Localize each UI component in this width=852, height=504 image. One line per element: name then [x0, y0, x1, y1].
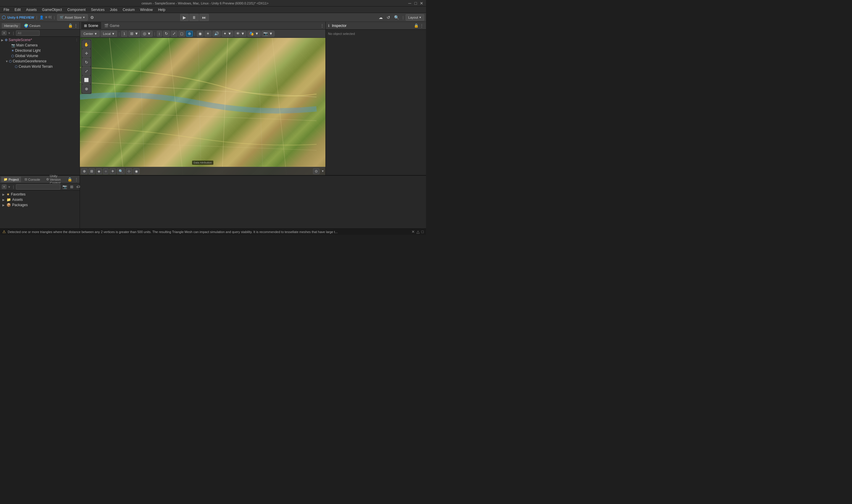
rotate-tool-button[interactable]: ↻: [82, 58, 91, 66]
perspective-button[interactable]: ◉: [197, 31, 203, 37]
unity-label: Unity 6 PREVIEW: [7, 16, 34, 19]
tree-item-cesiumgeoreference[interactable]: ▼ ⬡ CesiumGeoreference: [0, 58, 79, 64]
rect-icon-button[interactable]: ◻: [178, 31, 185, 37]
audio-toggle-button[interactable]: 🔊: [213, 31, 221, 37]
gizmos-button[interactable]: 🎭 ▼: [247, 31, 260, 37]
grid-icon-button[interactable]: ⊞ ▼: [128, 31, 140, 37]
hierarchy-panel: Hierarchy 🌍 Cesium 🔒 ⋮ + ▼ | ▶ ⚙ SampleS…: [0, 22, 80, 175]
status-warning-icon[interactable]: △: [417, 230, 419, 234]
scene-fly-button[interactable]: ✈: [109, 168, 116, 174]
proj-capture-btn[interactable]: 📷: [61, 184, 68, 189]
scene-cesium-button[interactable]: ◈: [96, 168, 102, 174]
scene-tab-label: Scene: [88, 24, 98, 28]
light-toggle-button[interactable]: ☀: [204, 31, 212, 37]
project-more-icon[interactable]: ⋮: [75, 177, 78, 182]
proj-item-packages[interactable]: ▶ 📦 Packages: [0, 202, 79, 208]
menu-jobs[interactable]: Jobs: [107, 7, 120, 13]
hierarchy-search-input[interactable]: [16, 31, 40, 36]
scene-grid-button[interactable]: ⊞: [88, 168, 95, 174]
status-square-icon[interactable]: □: [421, 230, 424, 234]
dropdown-arrow-btn[interactable]: ▼: [8, 31, 11, 35]
snap-icon-button[interactable]: ◎ ▼: [141, 31, 153, 37]
history-button[interactable]: ↺: [385, 14, 392, 21]
local-dropdown-button[interactable]: Local ▼: [101, 31, 117, 37]
asset-store-button[interactable]: 🛒 Asset Store ▼: [57, 14, 88, 21]
scene-tabs-more[interactable]: ⋮: [320, 23, 324, 28]
tab-hierarchy[interactable]: Hierarchy: [2, 23, 20, 29]
cloud-button[interactable]: ☁: [377, 14, 384, 21]
scene-circle-button[interactable]: ○: [103, 168, 109, 174]
tab-console[interactable]: ⊟ Console: [22, 177, 42, 182]
proj-item-assets[interactable]: ▶ 📁 Assets: [0, 197, 79, 202]
scene-nav-button[interactable]: ⊕: [81, 168, 88, 174]
maximize-button[interactable]: □: [414, 1, 418, 5]
center-dropdown-button[interactable]: Center ▼: [81, 31, 100, 37]
scene-move2-button[interactable]: ⊹: [126, 168, 132, 174]
persp-button[interactable]: ⊙: [313, 168, 320, 174]
tree-item-directional-light[interactable]: ☀ Directional Light: [0, 48, 79, 53]
tree-item-global-volume[interactable]: ⬡ Global Volume: [0, 53, 79, 58]
scene-options-icon[interactable]: ⋮: [75, 38, 78, 42]
camera-icon: 📷: [11, 43, 15, 47]
cam-button[interactable]: 📷 ▼: [261, 31, 274, 37]
pause-button[interactable]: ⏸: [189, 14, 199, 21]
menu-gameobject[interactable]: GameObject: [40, 7, 64, 13]
menu-help[interactable]: Help: [156, 7, 168, 13]
tree-item-cesium-world-terrain[interactable]: ⬡ Cesium World Terrain: [0, 64, 79, 69]
move-icon-button[interactable]: ↕: [157, 31, 162, 37]
menu-file[interactable]: File: [1, 7, 12, 13]
transform-tool-button[interactable]: ⊕: [82, 85, 91, 93]
menu-component[interactable]: Component: [65, 7, 88, 13]
add-hierarchy-button[interactable]: +: [2, 31, 6, 35]
scale-tool-button[interactable]: ⤢: [82, 67, 91, 75]
grid-number-button[interactable]: 1: [121, 31, 127, 37]
minimize-button[interactable]: ─: [407, 1, 412, 5]
effects-toggle-button[interactable]: ✦ ▼: [222, 31, 233, 37]
menu-cesium[interactable]: Cesium: [121, 7, 137, 13]
step-button[interactable]: ⏭: [199, 14, 209, 21]
add-project-button[interactable]: +: [2, 184, 6, 189]
move-tool-button[interactable]: ✛: [82, 49, 91, 57]
tree-item-main-camera[interactable]: 📷 Main Camera: [0, 42, 79, 48]
project-search-input[interactable]: [16, 184, 60, 190]
menu-services[interactable]: Services: [88, 7, 107, 13]
menu-edit[interactable]: Edit: [12, 7, 23, 13]
custom-icon-button[interactable]: ⊕: [186, 31, 193, 37]
menu-window[interactable]: Window: [138, 7, 155, 13]
tree-item-samplescene[interactable]: ▶ ⚙ SampleScene* ⋮: [0, 37, 79, 42]
hierarchy-more-icon[interactable]: ⋮: [74, 23, 78, 28]
assets-folder-icon: 📁: [6, 198, 11, 202]
hierarchy-lock-icon[interactable]: 🔒: [68, 23, 73, 28]
scene-target-button[interactable]: ◉: [133, 168, 140, 174]
tab-game[interactable]: 🎬 Game: [101, 22, 123, 30]
main-toolbar: ⬡ Unity 6 PREVIEW | 👤 ≡ 이 | 🛒 Asset Stor…: [0, 13, 426, 22]
rect-tool-button[interactable]: ⬜: [82, 76, 91, 84]
hidden-toggle-button[interactable]: 👁 ▼: [234, 31, 247, 37]
account-icon[interactable]: 👤: [39, 15, 44, 19]
status-close-icon[interactable]: ✕: [412, 230, 415, 234]
layout-button[interactable]: Layout ▼: [405, 14, 424, 21]
proj-group-btn[interactable]: ⊞: [69, 184, 74, 189]
project-lock-icon[interactable]: 🔒: [68, 177, 72, 182]
tab-scene[interactable]: ⊞ Scene: [81, 22, 101, 30]
tab-project[interactable]: 📁 Project: [1, 177, 21, 182]
settings-button[interactable]: ⚙: [89, 14, 95, 21]
menu-assets[interactable]: Assets: [24, 7, 39, 13]
proj-item-favorites[interactable]: ▶ ★ Favorites: [0, 192, 79, 197]
inspector-lock-button[interactable]: 🔒: [414, 23, 419, 28]
layers-icon[interactable]: ≡ 이: [45, 15, 52, 20]
scene-search2-button[interactable]: 🔍: [117, 168, 125, 174]
proj-dropdown-btn[interactable]: ▼: [8, 185, 11, 189]
rotate-icon-button[interactable]: ↻: [163, 31, 170, 37]
packages-label: Packages: [12, 203, 28, 207]
inspector-more-button[interactable]: ⋮: [420, 23, 424, 28]
play-button[interactable]: ▶: [180, 14, 189, 21]
scene-view[interactable]: ✋ ✛ ↻ ⤢ ⬜ ⊕ Data Attribution ⊕ ⊞ ◈ ○: [80, 38, 325, 175]
search-button[interactable]: 🔍: [393, 14, 401, 21]
scale-icon-button[interactable]: ⤢: [171, 31, 178, 37]
status-icons: ✕ △ □: [412, 230, 424, 234]
hand-tool-button[interactable]: ✋: [82, 40, 91, 49]
tab-cesium[interactable]: 🌍 Cesium: [22, 23, 42, 29]
close-button[interactable]: ✕: [419, 1, 424, 5]
scene-label: SampleScene*: [8, 38, 32, 42]
